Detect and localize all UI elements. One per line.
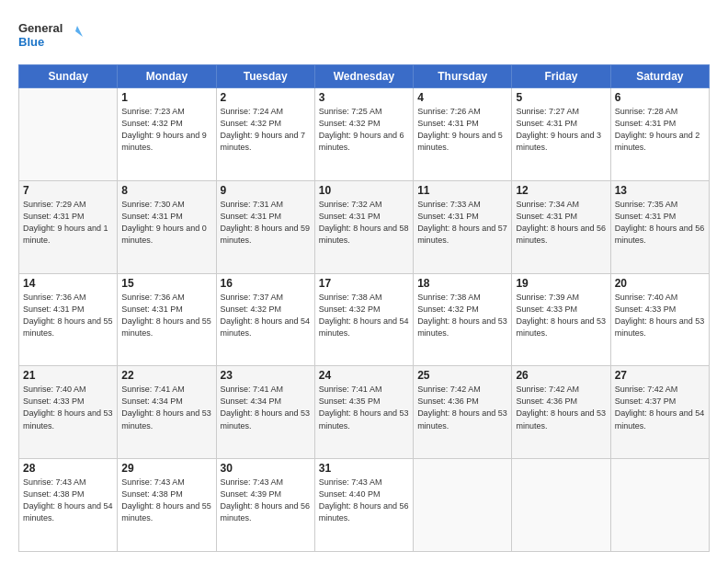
- cell-sun-info: Sunrise: 7:41 AMSunset: 4:34 PMDaylight:…: [221, 384, 311, 431]
- calendar-week-row: 21Sunrise: 7:40 AMSunset: 4:33 PMDayligh…: [19, 366, 710, 459]
- cell-sun-info: Sunrise: 7:41 AMSunset: 4:34 PMDaylight:…: [121, 384, 211, 431]
- day-number: 16: [221, 277, 311, 290]
- weekday-header-wednesday: Wednesday: [314, 65, 413, 88]
- cell-sun-info: Sunrise: 7:34 AMSunset: 4:31 PMDaylight:…: [516, 199, 606, 247]
- calendar-cell: 1Sunrise: 7:23 AMSunset: 4:32 PMDaylight…: [118, 88, 216, 181]
- day-number: 24: [319, 369, 409, 382]
- day-number: 25: [417, 369, 507, 382]
- calendar-cell: 21Sunrise: 7:40 AMSunset: 4:33 PMDayligh…: [19, 366, 118, 459]
- cell-sun-info: Sunrise: 7:43 AMSunset: 4:40 PMDaylight:…: [319, 477, 409, 524]
- calendar-cell: 25Sunrise: 7:42 AMSunset: 4:36 PMDayligh…: [414, 366, 512, 459]
- day-number: 8: [121, 184, 211, 197]
- day-number: 30: [221, 462, 311, 475]
- day-number: 15: [121, 277, 211, 290]
- day-number: 6: [615, 91, 705, 104]
- cell-sun-info: Sunrise: 7:27 AMSunset: 4:31 PMDaylight:…: [516, 106, 606, 154]
- calendar-cell: 4Sunrise: 7:26 AMSunset: 4:31 PMDaylight…: [414, 88, 512, 181]
- day-number: 18: [417, 277, 507, 290]
- day-number: 23: [221, 369, 311, 382]
- day-number: 13: [615, 184, 705, 197]
- weekday-header-monday: Monday: [118, 65, 216, 88]
- weekday-header-row: SundayMondayTuesdayWednesdayThursdayFrid…: [19, 65, 710, 88]
- calendar-week-row: 7Sunrise: 7:29 AMSunset: 4:31 PMDaylight…: [19, 180, 710, 273]
- calendar-cell: [19, 88, 118, 181]
- calendar-cell: 9Sunrise: 7:31 AMSunset: 4:31 PMDaylight…: [216, 180, 314, 273]
- day-number: 12: [516, 184, 606, 197]
- weekday-header-friday: Friday: [512, 65, 610, 88]
- cell-sun-info: Sunrise: 7:36 AMSunset: 4:31 PMDaylight:…: [23, 292, 113, 339]
- calendar-cell: 23Sunrise: 7:41 AMSunset: 4:34 PMDayligh…: [216, 366, 314, 459]
- day-number: 9: [221, 184, 311, 197]
- day-number: 5: [516, 91, 606, 104]
- cell-sun-info: Sunrise: 7:33 AMSunset: 4:31 PMDaylight:…: [417, 199, 507, 247]
- calendar-cell: 3Sunrise: 7:25 AMSunset: 4:32 PMDaylight…: [314, 88, 413, 181]
- cell-sun-info: Sunrise: 7:23 AMSunset: 4:32 PMDaylight:…: [121, 106, 211, 154]
- cell-sun-info: Sunrise: 7:40 AMSunset: 4:33 PMDaylight:…: [23, 384, 113, 431]
- calendar-week-row: 14Sunrise: 7:36 AMSunset: 4:31 PMDayligh…: [19, 273, 710, 366]
- calendar-cell: 26Sunrise: 7:42 AMSunset: 4:36 PMDayligh…: [512, 366, 610, 459]
- calendar-cell: 28Sunrise: 7:43 AMSunset: 4:38 PMDayligh…: [19, 459, 118, 552]
- cell-sun-info: Sunrise: 7:28 AMSunset: 4:31 PMDaylight:…: [615, 106, 705, 154]
- calendar-cell: 14Sunrise: 7:36 AMSunset: 4:31 PMDayligh…: [19, 273, 118, 366]
- calendar-cell: 31Sunrise: 7:43 AMSunset: 4:40 PMDayligh…: [314, 459, 413, 552]
- cell-sun-info: Sunrise: 7:39 AMSunset: 4:33 PMDaylight:…: [516, 292, 606, 339]
- weekday-header-saturday: Saturday: [610, 65, 709, 88]
- header: General Blue: [18, 17, 710, 55]
- calendar-cell: 16Sunrise: 7:37 AMSunset: 4:32 PMDayligh…: [216, 273, 314, 366]
- calendar-cell: 2Sunrise: 7:24 AMSunset: 4:32 PMDaylight…: [216, 88, 314, 181]
- calendar-cell: 8Sunrise: 7:30 AMSunset: 4:31 PMDaylight…: [118, 180, 216, 273]
- day-number: 4: [417, 91, 507, 104]
- day-number: 19: [516, 277, 606, 290]
- day-number: 20: [615, 277, 705, 290]
- calendar-cell: 12Sunrise: 7:34 AMSunset: 4:31 PMDayligh…: [512, 180, 610, 273]
- weekday-header-sunday: Sunday: [19, 65, 118, 88]
- cell-sun-info: Sunrise: 7:38 AMSunset: 4:32 PMDaylight:…: [417, 292, 507, 339]
- calendar-cell: 30Sunrise: 7:43 AMSunset: 4:39 PMDayligh…: [216, 459, 314, 552]
- cell-sun-info: Sunrise: 7:29 AMSunset: 4:31 PMDaylight:…: [23, 199, 113, 247]
- cell-sun-info: Sunrise: 7:24 AMSunset: 4:32 PMDaylight:…: [221, 106, 311, 154]
- cell-sun-info: Sunrise: 7:26 AMSunset: 4:31 PMDaylight:…: [417, 106, 507, 154]
- page: General Blue SundayMondayTuesdayWednesda…: [0, 0, 728, 563]
- cell-sun-info: Sunrise: 7:31 AMSunset: 4:31 PMDaylight:…: [221, 199, 311, 247]
- calendar-cell: 17Sunrise: 7:38 AMSunset: 4:32 PMDayligh…: [314, 273, 413, 366]
- calendar-cell: [414, 459, 512, 552]
- day-number: 28: [23, 462, 113, 475]
- cell-sun-info: Sunrise: 7:42 AMSunset: 4:36 PMDaylight:…: [417, 384, 507, 431]
- weekday-header-thursday: Thursday: [414, 65, 512, 88]
- day-number: 14: [23, 277, 113, 290]
- weekday-header-tuesday: Tuesday: [216, 65, 314, 88]
- calendar-cell: 20Sunrise: 7:40 AMSunset: 4:33 PMDayligh…: [610, 273, 709, 366]
- calendar-cell: 27Sunrise: 7:42 AMSunset: 4:37 PMDayligh…: [610, 366, 709, 459]
- calendar-cell: 5Sunrise: 7:27 AMSunset: 4:31 PMDaylight…: [512, 88, 610, 181]
- day-number: 7: [23, 184, 113, 197]
- day-number: 3: [319, 91, 409, 104]
- calendar-cell: 22Sunrise: 7:41 AMSunset: 4:34 PMDayligh…: [118, 366, 216, 459]
- cell-sun-info: Sunrise: 7:42 AMSunset: 4:36 PMDaylight:…: [516, 384, 606, 431]
- day-number: 1: [121, 91, 211, 104]
- cell-sun-info: Sunrise: 7:36 AMSunset: 4:31 PMDaylight:…: [121, 292, 211, 339]
- cell-sun-info: Sunrise: 7:43 AMSunset: 4:38 PMDaylight:…: [121, 477, 211, 524]
- cell-sun-info: Sunrise: 7:35 AMSunset: 4:31 PMDaylight:…: [615, 199, 705, 247]
- cell-sun-info: Sunrise: 7:38 AMSunset: 4:32 PMDaylight:…: [319, 292, 409, 339]
- day-number: 22: [121, 369, 211, 382]
- cell-sun-info: Sunrise: 7:30 AMSunset: 4:31 PMDaylight:…: [121, 199, 211, 247]
- calendar-cell: 19Sunrise: 7:39 AMSunset: 4:33 PMDayligh…: [512, 273, 610, 366]
- day-number: 21: [23, 369, 113, 382]
- calendar-cell: 7Sunrise: 7:29 AMSunset: 4:31 PMDaylight…: [19, 180, 118, 273]
- calendar-table: SundayMondayTuesdayWednesdayThursdayFrid…: [18, 64, 710, 552]
- calendar-cell: [610, 459, 709, 552]
- calendar-cell: 24Sunrise: 7:41 AMSunset: 4:35 PMDayligh…: [314, 366, 413, 459]
- cell-sun-info: Sunrise: 7:41 AMSunset: 4:35 PMDaylight:…: [319, 384, 409, 431]
- calendar-cell: 10Sunrise: 7:32 AMSunset: 4:31 PMDayligh…: [314, 180, 413, 273]
- calendar-cell: 29Sunrise: 7:43 AMSunset: 4:38 PMDayligh…: [118, 459, 216, 552]
- cell-sun-info: Sunrise: 7:32 AMSunset: 4:31 PMDaylight:…: [319, 199, 409, 247]
- day-number: 29: [121, 462, 211, 475]
- calendar-week-row: 1Sunrise: 7:23 AMSunset: 4:32 PMDaylight…: [19, 88, 710, 181]
- calendar-cell: 18Sunrise: 7:38 AMSunset: 4:32 PMDayligh…: [414, 273, 512, 366]
- day-number: 26: [516, 369, 606, 382]
- calendar-week-row: 28Sunrise: 7:43 AMSunset: 4:38 PMDayligh…: [19, 459, 710, 552]
- calendar-cell: [512, 459, 610, 552]
- cell-sun-info: Sunrise: 7:43 AMSunset: 4:39 PMDaylight:…: [221, 477, 311, 524]
- svg-text:Blue: Blue: [18, 35, 44, 49]
- calendar-cell: 15Sunrise: 7:36 AMSunset: 4:31 PMDayligh…: [118, 273, 216, 366]
